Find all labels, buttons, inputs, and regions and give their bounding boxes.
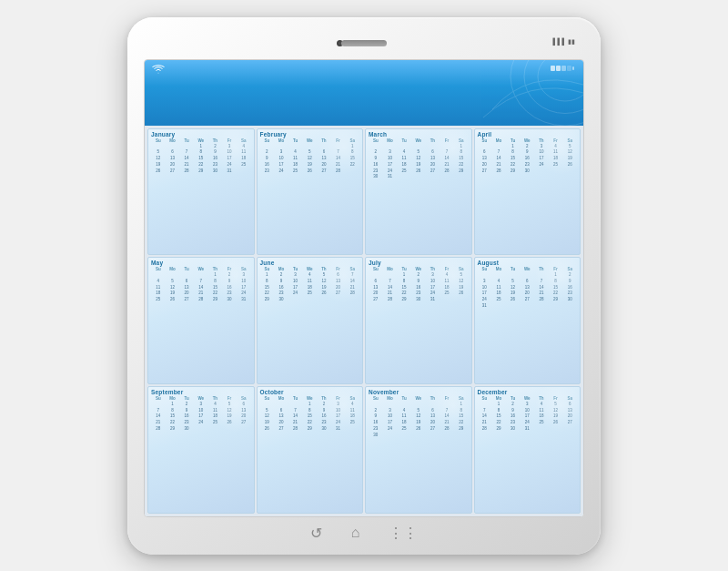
- day-cell: 18: [491, 291, 506, 297]
- day-cell: 21: [440, 420, 454, 426]
- day-cell: 25: [288, 168, 303, 175]
- day-empty: [411, 144, 426, 150]
- day-cell: 25: [208, 420, 223, 426]
- day-cell: 11: [151, 285, 166, 291]
- day-cell: 24: [222, 162, 237, 168]
- day-header: Mo: [491, 396, 506, 401]
- day-cell: 14: [151, 413, 166, 420]
- day-cell: 10: [237, 279, 251, 285]
- home-button[interactable]: ⌂: [351, 525, 360, 541]
- month-name: April: [478, 131, 578, 138]
- day-cell: 19: [506, 291, 521, 297]
- day-cell: 5: [317, 272, 331, 279]
- day-header: Su: [151, 396, 166, 401]
- day-cell: 28: [478, 426, 492, 433]
- day-cell: 4: [208, 402, 223, 408]
- day-cell: 2: [179, 402, 194, 408]
- day-cell: 3: [383, 408, 398, 414]
- day-empty: [151, 272, 166, 279]
- day-header: Th: [534, 267, 549, 271]
- day-cell: 11: [397, 156, 411, 162]
- day-cell: 8: [454, 149, 469, 156]
- menu-button[interactable]: ⋮⋮: [389, 525, 418, 542]
- day-cell: 6: [520, 279, 534, 285]
- day-cell: 14: [534, 285, 549, 291]
- back-button[interactable]: ↺: [310, 525, 322, 542]
- day-cell: 29: [260, 297, 275, 303]
- day-header: Fr: [549, 267, 563, 271]
- month-cell-july: JulySuMoTuWeThFrSa1234567891011121314151…: [365, 257, 472, 384]
- day-cell: 15: [454, 413, 469, 420]
- day-cell: 10: [274, 156, 288, 162]
- day-cell: 6: [331, 272, 346, 279]
- day-cell: 7: [345, 272, 359, 279]
- day-cell: 25: [397, 426, 411, 433]
- day-cell: 28: [179, 168, 194, 175]
- day-cell: 14: [345, 279, 359, 285]
- month-name: November: [369, 389, 469, 395]
- day-cell: 18: [302, 285, 317, 291]
- day-cell: 11: [345, 408, 359, 414]
- day-empty: [491, 272, 506, 279]
- day-cell: 17: [237, 285, 251, 291]
- day-cell: 24: [194, 420, 208, 426]
- day-cell: 19: [222, 413, 237, 420]
- day-cell: 22: [345, 162, 359, 168]
- day-cell: 7: [440, 408, 454, 414]
- day-header: Su: [151, 138, 166, 143]
- day-header: Mo: [166, 138, 180, 143]
- day-cell: 20: [478, 162, 492, 168]
- month-name: February: [260, 131, 360, 138]
- day-header: We: [302, 267, 317, 271]
- day-cell: 1: [194, 144, 208, 150]
- svg-point-5: [511, 60, 583, 126]
- day-header: We: [411, 396, 426, 401]
- day-cell: 19: [151, 162, 166, 168]
- day-cell: 1: [208, 272, 223, 279]
- day-cell: 27: [478, 168, 492, 175]
- day-cell: 29: [302, 426, 317, 433]
- day-header: Su: [369, 138, 383, 143]
- day-empty: [534, 272, 549, 279]
- day-cell: 3: [478, 279, 492, 285]
- day-cell: 15: [506, 156, 521, 162]
- day-cell: 21: [288, 420, 303, 426]
- day-cell: 30: [222, 297, 237, 303]
- month-name: July: [369, 260, 469, 266]
- day-empty: [411, 402, 426, 408]
- day-empty: [274, 144, 288, 150]
- day-cell: 9: [369, 156, 383, 162]
- day-header: Su: [260, 396, 275, 401]
- day-empty: [506, 272, 521, 279]
- day-cell: 8: [454, 408, 469, 414]
- day-header: We: [520, 267, 534, 271]
- day-cell: 10: [288, 279, 303, 285]
- day-cell: 22: [260, 291, 275, 297]
- month-cell-may: MaySuMoTuWeThFrSa12345678910111213141516…: [147, 257, 255, 384]
- day-cell: 2: [274, 272, 288, 279]
- day-cell: 10: [194, 408, 208, 414]
- day-cell: 28: [440, 168, 454, 175]
- day-cell: 5: [222, 402, 237, 408]
- day-cell: 6: [562, 402, 577, 408]
- day-cell: 2: [369, 149, 383, 156]
- day-cell: 21: [478, 420, 492, 426]
- day-cell: 14: [288, 413, 303, 420]
- month-cell-january: JanuarySuMoTuWeThFrSa1234567891011121314…: [147, 128, 255, 256]
- tablet-bottom-bar[interactable]: ↺ ⌂ ⋮⋮: [144, 517, 584, 544]
- day-cell: 26: [411, 426, 426, 433]
- day-header: Fr: [331, 138, 346, 143]
- day-cell: 26: [454, 291, 469, 297]
- day-cell: 26: [222, 420, 237, 426]
- day-empty: [478, 272, 492, 279]
- day-cell: 18: [549, 156, 563, 162]
- day-cell: 25: [534, 420, 549, 426]
- day-cell: 17: [383, 420, 398, 426]
- day-header: Tu: [397, 267, 411, 271]
- day-cell: 20: [166, 162, 180, 168]
- day-header: Fr: [222, 138, 237, 143]
- day-cell: 8: [302, 408, 317, 414]
- day-cell: 24: [274, 168, 288, 175]
- day-cell: 8: [208, 279, 223, 285]
- day-cell: 5: [411, 149, 426, 156]
